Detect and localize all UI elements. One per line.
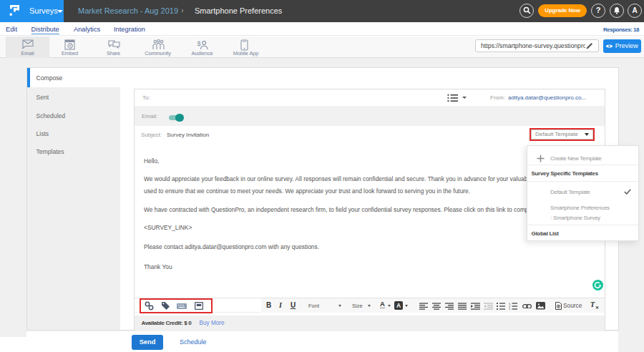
svg-text:$: $ [197,39,200,47]
svg-text:3: 3 [509,308,511,310]
